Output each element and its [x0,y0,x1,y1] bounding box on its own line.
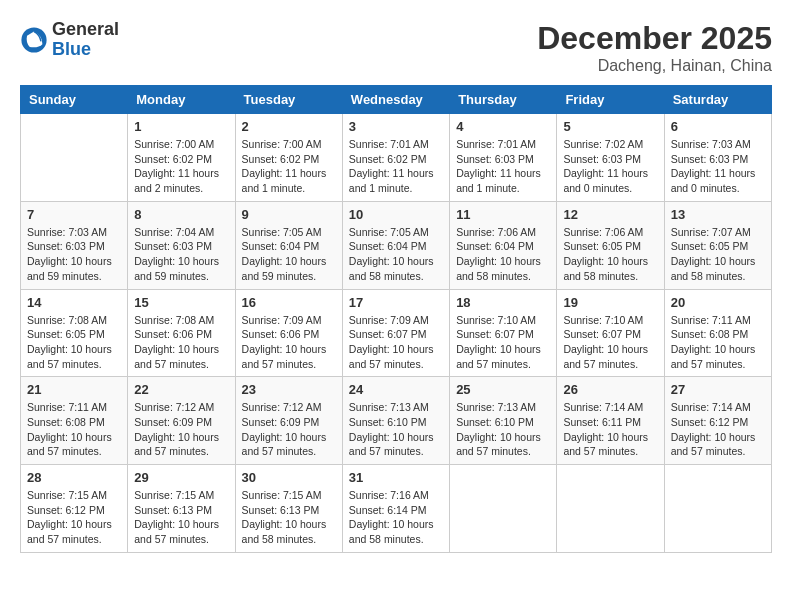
day-info: Sunrise: 7:05 AM Sunset: 6:04 PM Dayligh… [242,225,336,284]
day-info: Sunrise: 7:06 AM Sunset: 6:05 PM Dayligh… [563,225,657,284]
day-info: Sunrise: 7:01 AM Sunset: 6:02 PM Dayligh… [349,137,443,196]
day-number: 29 [134,470,228,485]
calendar-cell [557,465,664,553]
day-header: Thursday [450,86,557,114]
calendar-cell: 7Sunrise: 7:03 AM Sunset: 6:03 PM Daylig… [21,201,128,289]
calendar-cell: 4Sunrise: 7:01 AM Sunset: 6:03 PM Daylig… [450,114,557,202]
day-number: 25 [456,382,550,397]
day-info: Sunrise: 7:09 AM Sunset: 6:06 PM Dayligh… [242,313,336,372]
day-number: 10 [349,207,443,222]
calendar-cell: 15Sunrise: 7:08 AM Sunset: 6:06 PM Dayli… [128,289,235,377]
calendar-week-row: 28Sunrise: 7:15 AM Sunset: 6:12 PM Dayli… [21,465,772,553]
day-info: Sunrise: 7:11 AM Sunset: 6:08 PM Dayligh… [671,313,765,372]
day-number: 31 [349,470,443,485]
day-number: 4 [456,119,550,134]
day-number: 22 [134,382,228,397]
day-header: Tuesday [235,86,342,114]
day-number: 12 [563,207,657,222]
day-info: Sunrise: 7:12 AM Sunset: 6:09 PM Dayligh… [242,400,336,459]
day-number: 3 [349,119,443,134]
day-info: Sunrise: 7:00 AM Sunset: 6:02 PM Dayligh… [242,137,336,196]
calendar-cell: 26Sunrise: 7:14 AM Sunset: 6:11 PM Dayli… [557,377,664,465]
logo-icon [20,26,48,54]
day-info: Sunrise: 7:13 AM Sunset: 6:10 PM Dayligh… [349,400,443,459]
day-number: 21 [27,382,121,397]
day-number: 20 [671,295,765,310]
day-number: 2 [242,119,336,134]
day-info: Sunrise: 7:15 AM Sunset: 6:13 PM Dayligh… [242,488,336,547]
calendar-cell: 23Sunrise: 7:12 AM Sunset: 6:09 PM Dayli… [235,377,342,465]
day-number: 6 [671,119,765,134]
day-info: Sunrise: 7:06 AM Sunset: 6:04 PM Dayligh… [456,225,550,284]
calendar-cell: 18Sunrise: 7:10 AM Sunset: 6:07 PM Dayli… [450,289,557,377]
calendar-cell: 20Sunrise: 7:11 AM Sunset: 6:08 PM Dayli… [664,289,771,377]
calendar-header-row: SundayMondayTuesdayWednesdayThursdayFrid… [21,86,772,114]
day-number: 17 [349,295,443,310]
calendar-cell: 24Sunrise: 7:13 AM Sunset: 6:10 PM Dayli… [342,377,449,465]
day-number: 24 [349,382,443,397]
location: Dacheng, Hainan, China [537,57,772,75]
day-number: 27 [671,382,765,397]
day-info: Sunrise: 7:08 AM Sunset: 6:05 PM Dayligh… [27,313,121,372]
day-number: 8 [134,207,228,222]
logo-text: General Blue [52,20,119,60]
month-title: December 2025 [537,20,772,57]
title-area: December 2025 Dacheng, Hainan, China [537,20,772,75]
calendar-cell: 17Sunrise: 7:09 AM Sunset: 6:07 PM Dayli… [342,289,449,377]
day-number: 23 [242,382,336,397]
day-info: Sunrise: 7:00 AM Sunset: 6:02 PM Dayligh… [134,137,228,196]
day-number: 30 [242,470,336,485]
calendar-cell [21,114,128,202]
day-number: 11 [456,207,550,222]
day-number: 14 [27,295,121,310]
day-info: Sunrise: 7:15 AM Sunset: 6:12 PM Dayligh… [27,488,121,547]
day-info: Sunrise: 7:14 AM Sunset: 6:11 PM Dayligh… [563,400,657,459]
calendar-cell: 28Sunrise: 7:15 AM Sunset: 6:12 PM Dayli… [21,465,128,553]
calendar-cell: 16Sunrise: 7:09 AM Sunset: 6:06 PM Dayli… [235,289,342,377]
day-info: Sunrise: 7:08 AM Sunset: 6:06 PM Dayligh… [134,313,228,372]
day-info: Sunrise: 7:01 AM Sunset: 6:03 PM Dayligh… [456,137,550,196]
logo-general: General [52,20,119,40]
calendar-cell: 10Sunrise: 7:05 AM Sunset: 6:04 PM Dayli… [342,201,449,289]
logo-blue: Blue [52,40,119,60]
calendar-week-row: 14Sunrise: 7:08 AM Sunset: 6:05 PM Dayli… [21,289,772,377]
calendar-cell: 14Sunrise: 7:08 AM Sunset: 6:05 PM Dayli… [21,289,128,377]
day-info: Sunrise: 7:10 AM Sunset: 6:07 PM Dayligh… [563,313,657,372]
day-number: 1 [134,119,228,134]
day-info: Sunrise: 7:13 AM Sunset: 6:10 PM Dayligh… [456,400,550,459]
day-number: 7 [27,207,121,222]
day-header: Friday [557,86,664,114]
calendar-week-row: 7Sunrise: 7:03 AM Sunset: 6:03 PM Daylig… [21,201,772,289]
calendar-cell: 25Sunrise: 7:13 AM Sunset: 6:10 PM Dayli… [450,377,557,465]
calendar-cell [450,465,557,553]
calendar-cell: 30Sunrise: 7:15 AM Sunset: 6:13 PM Dayli… [235,465,342,553]
day-number: 16 [242,295,336,310]
day-header: Wednesday [342,86,449,114]
calendar-cell: 11Sunrise: 7:06 AM Sunset: 6:04 PM Dayli… [450,201,557,289]
day-number: 13 [671,207,765,222]
day-info: Sunrise: 7:03 AM Sunset: 6:03 PM Dayligh… [671,137,765,196]
day-number: 18 [456,295,550,310]
calendar-cell: 3Sunrise: 7:01 AM Sunset: 6:02 PM Daylig… [342,114,449,202]
day-info: Sunrise: 7:12 AM Sunset: 6:09 PM Dayligh… [134,400,228,459]
page-header: General Blue December 2025 Dacheng, Hain… [20,20,772,75]
day-header: Monday [128,86,235,114]
day-number: 26 [563,382,657,397]
day-number: 28 [27,470,121,485]
day-info: Sunrise: 7:07 AM Sunset: 6:05 PM Dayligh… [671,225,765,284]
calendar-cell: 5Sunrise: 7:02 AM Sunset: 6:03 PM Daylig… [557,114,664,202]
calendar-cell: 12Sunrise: 7:06 AM Sunset: 6:05 PM Dayli… [557,201,664,289]
day-number: 19 [563,295,657,310]
day-info: Sunrise: 7:11 AM Sunset: 6:08 PM Dayligh… [27,400,121,459]
calendar-cell: 29Sunrise: 7:15 AM Sunset: 6:13 PM Dayli… [128,465,235,553]
day-info: Sunrise: 7:04 AM Sunset: 6:03 PM Dayligh… [134,225,228,284]
day-info: Sunrise: 7:14 AM Sunset: 6:12 PM Dayligh… [671,400,765,459]
calendar-cell: 19Sunrise: 7:10 AM Sunset: 6:07 PM Dayli… [557,289,664,377]
day-info: Sunrise: 7:02 AM Sunset: 6:03 PM Dayligh… [563,137,657,196]
calendar-cell: 21Sunrise: 7:11 AM Sunset: 6:08 PM Dayli… [21,377,128,465]
calendar-cell: 9Sunrise: 7:05 AM Sunset: 6:04 PM Daylig… [235,201,342,289]
day-number: 15 [134,295,228,310]
calendar-week-row: 21Sunrise: 7:11 AM Sunset: 6:08 PM Dayli… [21,377,772,465]
day-info: Sunrise: 7:15 AM Sunset: 6:13 PM Dayligh… [134,488,228,547]
day-info: Sunrise: 7:05 AM Sunset: 6:04 PM Dayligh… [349,225,443,284]
